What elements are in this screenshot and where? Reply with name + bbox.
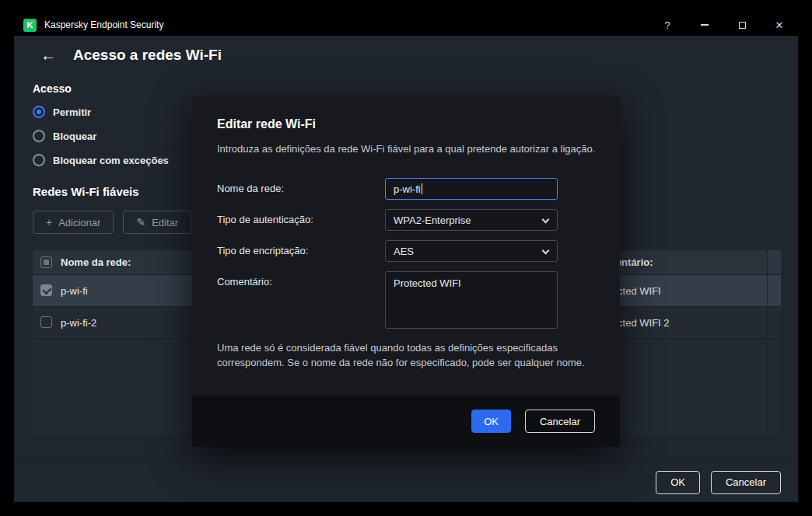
add-button-label: Adicionar bbox=[58, 217, 100, 228]
titlebar: K Kaspersky Endpoint Security ? ✕ bbox=[14, 14, 798, 36]
comment-value: Protected WIFI bbox=[394, 277, 461, 289]
radio-label: Permitir bbox=[53, 106, 91, 118]
pencil-icon: ✎ bbox=[136, 216, 145, 228]
scrollbar-gutter bbox=[768, 250, 781, 274]
radio-unselected-icon bbox=[33, 130, 45, 142]
radio-unselected-icon bbox=[33, 154, 45, 166]
network-name-label: Nome da rede: bbox=[217, 183, 284, 194]
dialog-footer: OK Cancelar bbox=[192, 396, 620, 447]
main-cancel-button[interactable]: Cancelar bbox=[711, 471, 781, 494]
table-toolbar: + Adicionar ✎ Editar bbox=[33, 211, 191, 234]
radio-label: Bloquear bbox=[53, 131, 96, 142]
network-name-input[interactable]: p-wi-fi bbox=[385, 178, 558, 200]
dialog-title: Editar rede Wi-Fi bbox=[217, 117, 316, 131]
main-ok-button[interactable]: OK bbox=[656, 471, 700, 494]
network-name-value: p-wi-fi bbox=[394, 183, 421, 195]
row-checkbox[interactable] bbox=[40, 284, 52, 296]
edit-button-label: Editar bbox=[152, 217, 178, 228]
radio-option-bloquear[interactable]: Bloquear bbox=[33, 128, 96, 144]
radio-option-bloquear-excecoes[interactable]: Bloquear com exceções bbox=[33, 152, 169, 168]
comment-textarea[interactable]: Protected WIFI bbox=[385, 271, 558, 329]
screen: K Kaspersky Endpoint Security ? ✕ ← Aces… bbox=[0, 0, 812, 516]
chevron-down-icon bbox=[542, 247, 550, 255]
dialog-cancel-button[interactable]: Cancelar bbox=[525, 410, 595, 433]
access-section-heading: Acesso bbox=[33, 82, 72, 95]
minimize-button[interactable] bbox=[686, 14, 723, 36]
help-button[interactable]: ? bbox=[649, 14, 686, 36]
network-name-cell: p-wi-fi-2 bbox=[61, 317, 96, 329]
chevron-down-icon bbox=[542, 216, 550, 224]
window-controls: ? ✕ bbox=[649, 14, 798, 36]
encryption-type-label: Tipo de encriptação: bbox=[217, 245, 308, 256]
edit-wifi-dialog: Editar rede Wi-Fi Introduza as definiçõe… bbox=[192, 96, 620, 447]
trusted-networks-heading: Redes Wi-Fi fiáveis bbox=[33, 185, 139, 198]
dialog-note: Uma rede só é considerada fiável quando … bbox=[217, 341, 589, 371]
auth-type-label: Tipo de autenticação: bbox=[217, 214, 313, 225]
radio-option-permitir[interactable]: Permitir bbox=[33, 104, 91, 120]
comment-label: Comentário: bbox=[217, 276, 272, 288]
dialog-ok-button[interactable]: OK bbox=[471, 410, 511, 433]
close-button[interactable]: ✕ bbox=[761, 14, 798, 36]
window-title: Kaspersky Endpoint Security bbox=[44, 19, 163, 30]
dialog-description: Introduza as definições da rede Wi-Fi fi… bbox=[217, 142, 598, 157]
plus-icon: + bbox=[46, 216, 52, 228]
back-button[interactable]: ← bbox=[40, 47, 56, 64]
radio-label: Bloquear com exceções bbox=[53, 155, 169, 166]
encryption-type-select[interactable]: AES bbox=[385, 240, 558, 262]
network-name-cell: p-wi-fi bbox=[61, 285, 88, 297]
row-checkbox[interactable] bbox=[40, 316, 52, 328]
text-caret bbox=[422, 183, 422, 194]
edit-network-button[interactable]: ✎ Editar bbox=[123, 211, 191, 234]
window-footer: OK Cancelar bbox=[14, 462, 798, 502]
page-title: Acesso a redes Wi-Fi bbox=[73, 47, 222, 64]
minimize-icon bbox=[701, 24, 709, 26]
encryption-type-value: AES bbox=[394, 246, 414, 257]
add-network-button[interactable]: + Adicionar bbox=[33, 211, 114, 234]
auth-type-value: WPA2-Enterprise bbox=[394, 214, 471, 226]
maximize-button[interactable] bbox=[723, 14, 761, 36]
maximize-icon bbox=[739, 22, 746, 29]
select-all-checkbox[interactable] bbox=[40, 256, 52, 268]
auth-type-select[interactable]: WPA2-Enterprise bbox=[385, 209, 558, 231]
name-column-header[interactable]: Nome da rede: bbox=[61, 256, 131, 268]
kaspersky-logo: K bbox=[23, 19, 37, 32]
radio-selected-icon bbox=[33, 106, 45, 118]
